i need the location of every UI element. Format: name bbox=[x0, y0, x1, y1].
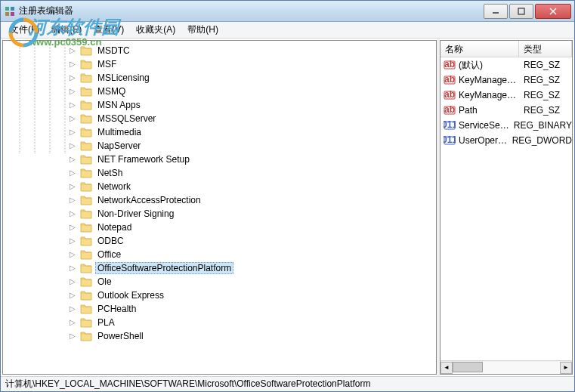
expander-icon[interactable]: ▷ bbox=[68, 87, 77, 96]
scroll-right-button[interactable]: ► bbox=[560, 362, 572, 374]
tree-item[interactable]: ▷NetSh bbox=[3, 166, 436, 180]
expander-icon[interactable]: ▷ bbox=[68, 264, 77, 273]
value-type: REG_SZ bbox=[519, 60, 560, 70]
value-name: UserOperations bbox=[459, 135, 508, 146]
horizontal-scrollbar[interactable]: ◄ ► bbox=[441, 360, 572, 374]
menu-view[interactable]: 查看(V) bbox=[88, 22, 130, 38]
tree-item[interactable]: ▷NetworkAccessProtection bbox=[3, 193, 436, 207]
column-name[interactable]: 名称 bbox=[441, 41, 519, 57]
registry-editor-window: 注册表编辑器 文件(F) 编辑(E) 查看(V) 收藏夹(A) 帮助(H) ▷M… bbox=[0, 0, 575, 392]
expander-icon[interactable]: ▷ bbox=[68, 60, 77, 69]
close-button[interactable] bbox=[535, 4, 571, 19]
folder-icon bbox=[80, 154, 92, 165]
menu-file[interactable]: 文件(F) bbox=[4, 22, 45, 38]
svg-rect-5 bbox=[518, 8, 524, 14]
list-row[interactable]: abPathREG_SZ bbox=[441, 103, 572, 118]
folder-icon bbox=[80, 222, 92, 233]
scroll-thumb[interactable] bbox=[453, 362, 483, 372]
tree-item[interactable]: ▷PLA bbox=[3, 316, 436, 329]
svg-text:ab: ab bbox=[444, 74, 455, 85]
tree-item-label: Office bbox=[95, 248, 123, 261]
folder-icon bbox=[80, 290, 92, 301]
minimize-button[interactable] bbox=[484, 4, 508, 19]
svg-rect-3 bbox=[11, 12, 14, 16]
tree-item-label: OfficeSoftwareProtectionPlatform bbox=[95, 262, 233, 274]
tree-item[interactable]: ▷PCHealth bbox=[3, 302, 436, 316]
tree-item[interactable]: ▷MSDTC bbox=[3, 44, 436, 57]
svg-text:ab: ab bbox=[444, 59, 455, 69]
tree-item[interactable]: ▷MSN Apps bbox=[3, 98, 436, 112]
menu-edit[interactable]: 编辑(E) bbox=[45, 22, 88, 38]
column-type[interactable]: 类型 bbox=[519, 41, 572, 57]
folder-icon bbox=[80, 140, 92, 151]
tree-panel[interactable]: ▷MSDTC▷MSF▷MSLicensing▷MSMQ▷MSN Apps▷MSS… bbox=[2, 40, 437, 375]
folder-icon bbox=[80, 249, 92, 260]
expander-icon[interactable]: ▷ bbox=[68, 332, 77, 341]
svg-rect-2 bbox=[5, 12, 9, 16]
maximize-button[interactable] bbox=[509, 4, 533, 19]
tree-item[interactable]: ▷NapServer bbox=[3, 139, 436, 153]
tree-item[interactable]: ▷MSLicensing bbox=[3, 71, 436, 85]
string-value-icon: ab bbox=[444, 89, 456, 101]
expander-icon[interactable]: ▷ bbox=[68, 168, 77, 177]
tree-item[interactable]: ▷MSMQ bbox=[3, 85, 436, 98]
tree-item[interactable]: ▷PowerShell bbox=[3, 329, 436, 343]
expander-icon[interactable]: ▷ bbox=[68, 155, 77, 164]
list-row[interactable]: 011ServiceSession...REG_BINARY bbox=[441, 118, 572, 133]
tree-item[interactable]: ▷Non-Driver Signing bbox=[3, 207, 436, 221]
tree-item[interactable]: ▷Outlook Express bbox=[3, 289, 436, 302]
tree-item[interactable]: ▷Multimedia bbox=[3, 125, 436, 139]
window-controls bbox=[482, 4, 571, 19]
tree-item-label: PLA bbox=[95, 316, 117, 329]
tree-item[interactable]: ▷MSF bbox=[3, 57, 436, 71]
expander-icon[interactable]: ▷ bbox=[68, 209, 77, 218]
folder-icon bbox=[80, 73, 92, 83]
list-row[interactable]: ab(默认)REG_SZ bbox=[441, 57, 572, 73]
value-type: REG_SZ bbox=[519, 90, 560, 100]
tree-item[interactable]: ▷Office bbox=[3, 248, 436, 261]
expander-icon[interactable]: ▷ bbox=[68, 114, 77, 123]
values-list[interactable]: ab(默认)REG_SZabKeyManageme...REG_SZabKeyM… bbox=[441, 57, 572, 360]
tree-item[interactable]: ▷Network bbox=[3, 180, 436, 193]
scroll-track[interactable] bbox=[453, 362, 560, 374]
tree-item[interactable]: ▷Notepad bbox=[3, 221, 436, 234]
tree-item-label: Network bbox=[95, 181, 133, 193]
tree-item-label: MSN Apps bbox=[95, 99, 143, 111]
expander-icon[interactable]: ▷ bbox=[68, 196, 77, 205]
expander-icon[interactable]: ▷ bbox=[68, 277, 77, 286]
string-value-icon: ab bbox=[444, 59, 456, 71]
expander-icon[interactable]: ▷ bbox=[68, 291, 77, 300]
expander-icon[interactable]: ▷ bbox=[68, 141, 77, 150]
expander-icon[interactable]: ▷ bbox=[68, 250, 77, 259]
value-name: ServiceSession... bbox=[459, 120, 509, 131]
svg-text:ab: ab bbox=[444, 104, 455, 115]
expander-icon[interactable]: ▷ bbox=[68, 223, 77, 232]
tree-item[interactable]: ▷MSSQLServer bbox=[3, 112, 436, 125]
folder-icon bbox=[80, 59, 92, 69]
tree-item-label: Outlook Express bbox=[95, 289, 166, 301]
tree-item[interactable]: ▷NET Framework Setup bbox=[3, 153, 436, 166]
menu-help[interactable]: 帮助(H) bbox=[181, 22, 224, 38]
list-row[interactable]: 011UserOperationsREG_DWORD bbox=[441, 133, 572, 148]
tree-item-label: Multimedia bbox=[95, 126, 144, 138]
tree-item[interactable]: ▷ODBC bbox=[3, 234, 436, 248]
titlebar: 注册表编辑器 bbox=[1, 1, 574, 22]
expander-icon[interactable]: ▷ bbox=[68, 318, 77, 327]
expander-icon[interactable]: ▷ bbox=[68, 73, 77, 82]
menubar: 文件(F) 编辑(E) 查看(V) 收藏夹(A) 帮助(H) bbox=[1, 22, 574, 39]
expander-icon[interactable]: ▷ bbox=[68, 128, 77, 137]
expander-icon[interactable]: ▷ bbox=[68, 46, 77, 55]
list-row[interactable]: abKeyManageme...REG_SZ bbox=[441, 88, 572, 103]
expander-icon[interactable]: ▷ bbox=[68, 100, 77, 110]
scroll-left-button[interactable]: ◄ bbox=[441, 362, 453, 374]
value-type: REG_DWORD bbox=[508, 135, 572, 146]
menu-favorites[interactable]: 收藏夹(A) bbox=[130, 22, 181, 38]
list-row[interactable]: abKeyManageme...REG_SZ bbox=[441, 73, 572, 88]
folder-icon bbox=[80, 331, 92, 341]
tree-item[interactable]: ▷OfficeSoftwareProtectionPlatform bbox=[3, 261, 436, 275]
expander-icon[interactable]: ▷ bbox=[68, 182, 77, 191]
tree-item[interactable]: ▷Ole bbox=[3, 275, 436, 289]
tree-item-label: NET Framework Setup bbox=[95, 153, 192, 165]
expander-icon[interactable]: ▷ bbox=[68, 304, 77, 313]
expander-icon[interactable]: ▷ bbox=[68, 236, 77, 245]
